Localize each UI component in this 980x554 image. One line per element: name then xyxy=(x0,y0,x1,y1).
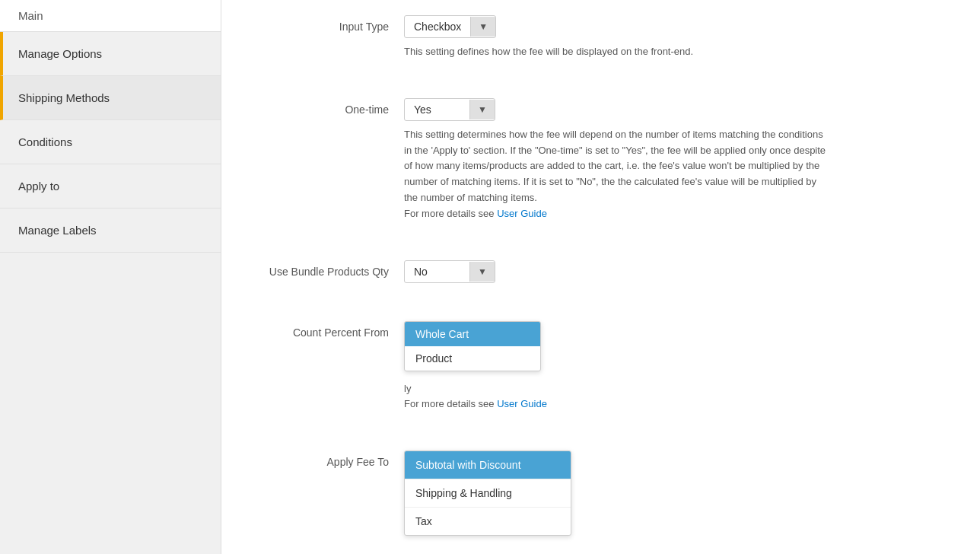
count-percent-option-product[interactable]: Product xyxy=(405,346,540,371)
input-type-label: Input Type xyxy=(252,15,404,35)
sidebar-item-label: Manage Labels xyxy=(18,224,97,237)
input-type-content: Checkbox ▼ This setting defines how the … xyxy=(404,15,950,60)
sidebar: Main Manage Options Shipping Methods Con… xyxy=(0,0,221,554)
one-time-select[interactable]: Yes ▼ xyxy=(404,98,495,121)
input-type-description: This setting defines how the fee will be… xyxy=(404,44,830,60)
partial-text: ly xyxy=(404,383,411,394)
count-percent-dropdown: Whole Cart Product xyxy=(404,321,541,371)
apply-fee-option-shipping[interactable]: Shipping & Handling xyxy=(405,479,571,508)
field-input-type: Input Type Checkbox ▼ This setting defin… xyxy=(252,15,950,75)
one-time-user-guide-link[interactable]: User Guide xyxy=(497,208,547,219)
use-bundle-arrow-icon[interactable]: ▼ xyxy=(469,262,495,282)
field-one-time: One-time Yes ▼ This setting determines h… xyxy=(252,98,950,237)
apply-fee-to-label: Apply Fee To xyxy=(252,451,404,470)
apply-fee-option-subtotal[interactable]: Subtotal with Discount xyxy=(405,451,571,479)
field-apply-fee-to: Apply Fee To Subtotal with Discount Ship… xyxy=(252,451,950,553)
sidebar-item-label: Conditions xyxy=(18,135,72,148)
one-time-label: One-time xyxy=(252,98,404,118)
sidebar-item-manage-options[interactable]: Manage Options xyxy=(0,32,221,76)
main-content: Input Type Checkbox ▼ This setting defin… xyxy=(221,0,980,554)
input-type-value: Checkbox xyxy=(405,16,470,37)
sidebar-item-conditions[interactable]: Conditions xyxy=(0,120,221,164)
one-time-arrow-icon[interactable]: ▼ xyxy=(469,100,495,119)
count-percent-description: ly For more details see User Guide xyxy=(404,381,830,413)
apply-fee-dropdown: Subtotal with Discount Shipping & Handli… xyxy=(404,451,571,536)
use-bundle-value: No xyxy=(405,261,469,282)
use-bundle-select[interactable]: No ▼ xyxy=(404,260,495,283)
sidebar-item-label: Main xyxy=(18,9,43,22)
count-percent-from-label: Count Percent From xyxy=(252,321,404,341)
count-percent-from-content: Whole Cart Product ly For more details s… xyxy=(404,321,950,413)
input-type-arrow-icon[interactable]: ▼ xyxy=(470,17,495,37)
count-percent-user-guide-link[interactable]: User Guide xyxy=(497,398,547,409)
one-time-description: This setting determines how the fee will… xyxy=(404,127,830,222)
field-use-bundle: Use Bundle Products Qty No ▼ xyxy=(252,260,950,298)
use-bundle-label: Use Bundle Products Qty xyxy=(252,260,404,280)
use-bundle-content: No ▼ xyxy=(404,260,950,283)
sidebar-item-apply-to[interactable]: Apply to xyxy=(0,164,221,209)
count-percent-option-whole-cart[interactable]: Whole Cart xyxy=(405,322,540,346)
sidebar-item-label: Apply to xyxy=(18,180,59,193)
sidebar-item-main[interactable]: Main xyxy=(0,0,221,32)
sidebar-item-manage-labels[interactable]: Manage Labels xyxy=(0,209,221,253)
input-type-select[interactable]: Checkbox ▼ xyxy=(404,15,496,38)
sidebar-item-shipping-methods[interactable]: Shipping Methods xyxy=(0,76,221,120)
apply-fee-option-tax[interactable]: Tax xyxy=(405,508,571,535)
sidebar-item-label: Manage Options xyxy=(18,47,102,60)
one-time-content: Yes ▼ This setting determines how the fe… xyxy=(404,98,950,222)
apply-fee-to-content: Subtotal with Discount Shipping & Handli… xyxy=(404,451,950,538)
sidebar-item-label: Shipping Methods xyxy=(18,91,110,104)
one-time-value: Yes xyxy=(405,99,469,120)
field-count-percent-from: Count Percent From Whole Cart Product ly… xyxy=(252,321,950,428)
